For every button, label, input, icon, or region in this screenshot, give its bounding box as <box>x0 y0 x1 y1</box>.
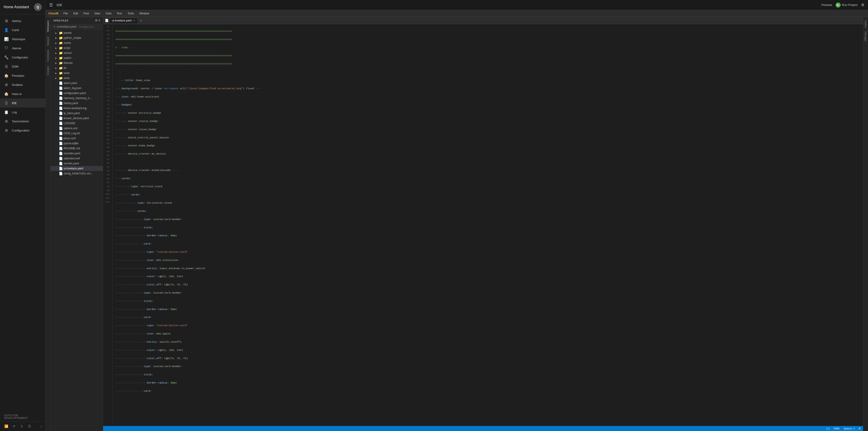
file-icon: 📄 <box>59 156 63 160</box>
sidebar-item-grafana[interactable]: ⚙ Grafana <box>0 80 45 89</box>
topbar-settings-icon[interactable]: ⚙ <box>861 3 864 7</box>
folder-themes[interactable]: ▶ 📁 themes <box>51 60 103 65</box>
file-phue-conf[interactable]: ▶ 📄 phue.conf <box>51 136 103 141</box>
file-icon: 📄 <box>59 137 63 140</box>
workspace-tab[interactable]: Workspace <box>46 19 50 34</box>
add-tab-button[interactable]: + <box>138 18 144 23</box>
info-icon[interactable]: ℹ <box>19 424 24 429</box>
folder-zone[interactable]: ▶ 📁 zone <box>51 76 103 81</box>
status-settings-icon[interactable]: ⚙ <box>859 427 861 430</box>
file-known-devices[interactable]: ▶ 📄 known_devices.yaml <box>51 116 103 121</box>
file-alarm-log-json[interactable]: ▶ 📄 alarm_log.json <box>51 86 103 91</box>
run-project-button[interactable]: ▶ Run Project <box>836 2 858 7</box>
menu-tools[interactable]: Tools <box>125 11 136 16</box>
hamburger-icon[interactable]: ☰ <box>49 2 53 7</box>
file-ha-log[interactable]: ▶ 📄 home-assistant.log <box>51 106 103 111</box>
wifi-icon[interactable]: 📶 <box>4 424 9 429</box>
folder-www[interactable]: ▶ 📁 www <box>51 70 103 76</box>
menu-icon[interactable]: ☰ <box>27 424 32 429</box>
navigate-tab[interactable]: Navigate <box>46 35 50 47</box>
open-file-item[interactable]: ✕ ui-lovelace.yaml /config/ui-lov... <box>51 24 103 29</box>
editor-tab-ui-lovelace[interactable]: ui-lovelace.yaml ✕ <box>109 18 138 23</box>
sidebar-item-alarme[interactable]: 🛡 Alarme <box>0 44 45 53</box>
shield-icon: 🛡 <box>4 46 9 51</box>
sidebar-item-dsm[interactable]: ☰ DSM <box>0 62 45 71</box>
sidebar-item-configuration[interactable]: ⚙ Configuration <box>0 126 45 135</box>
sidebar-toggle-icon[interactable]: › <box>40 424 42 428</box>
folder-sensor[interactable]: ▶ 📁 sensor <box>51 51 103 55</box>
cloud9-brand[interactable]: Cloud9 <box>48 12 58 15</box>
outline-tab[interactable]: Outline <box>864 19 868 30</box>
file-label: OZW_Log.txt <box>64 132 80 135</box>
sidebar-item-configurator[interactable]: 🔧 Configurator <box>0 53 45 62</box>
file-pyozw-sqlite[interactable]: ▶ 📄 pyozw.sqlite <box>51 141 103 146</box>
code-content[interactable]: ########################################… <box>113 24 863 426</box>
file-ozw-log[interactable]: ▶ 📄 OZW_Log.txt <box>51 131 103 136</box>
commands-tab[interactable]: Commands <box>46 48 50 63</box>
sidebar-item-tasmoadmin[interactable]: ⚙ TasmoAdmin <box>0 117 45 126</box>
refresh-icon[interactable]: ↺ <box>11 424 17 429</box>
changes-tab[interactable]: Changes <box>46 64 50 77</box>
folder-switch[interactable]: ▶ 📁 switch <box>51 55 103 60</box>
file-label: history.yaml <box>64 102 78 105</box>
close-icon[interactable]: ✕ <box>53 25 55 28</box>
file-configuration-yaml[interactable]: ▶ 📄 configuration.yaml <box>51 91 103 96</box>
folder-icon: 📁 <box>59 46 63 50</box>
file-label: pyozw.sqlite <box>64 142 79 145</box>
folder-tts[interactable]: ▶ 📁 tts <box>51 65 103 70</box>
tab-close-icon[interactable]: ✕ <box>133 19 135 22</box>
menu-run[interactable]: Run <box>115 11 124 16</box>
file-harmony[interactable]: ▶ 📄 harmony_harmony_h... <box>51 96 103 101</box>
preview-button[interactable]: Preview <box>822 3 832 7</box>
expand-arrow: ▶ <box>55 52 58 54</box>
menu-find[interactable]: Find <box>81 11 91 16</box>
sidebar-item-log[interactable]: 📋 Log <box>0 108 45 117</box>
spaces-setting[interactable]: Spaces: 2 <box>844 427 855 430</box>
cursor-position[interactable]: 1:1 <box>826 427 830 430</box>
language-mode[interactable]: YAML <box>833 427 840 430</box>
sidebar-item-label: Hass.io <box>12 92 22 96</box>
file-zwcfg[interactable]: ▶ 📄 zwcfg_0xfab7c01c.xm... <box>51 171 103 176</box>
menu-goto[interactable]: Goto <box>103 11 114 16</box>
menu-window[interactable]: Window <box>137 11 151 16</box>
menu-edit[interactable]: Edit <box>71 11 80 16</box>
file-label: LICENSE <box>64 122 75 125</box>
debugger-tab[interactable]: Debugger <box>864 30 868 44</box>
cloud9-menubar: Cloud9 File Edit Find View Goto Run Tool… <box>45 10 868 17</box>
file-alarm-yaml[interactable]: ▶ 📄 alarm.yaml <box>51 81 103 86</box>
sidebar-item-carte[interactable]: 👤 Carte <box>0 25 45 34</box>
sidebar-item-floorplan[interactable]: 🏠 Floorplan <box>0 71 45 80</box>
file-ui-lovelace-yaml[interactable]: ▶ 📄 ui-lovelace.yaml <box>51 166 103 171</box>
file-license[interactable]: ▶ 📄 LICENSE <box>51 121 103 126</box>
file-ip-bans[interactable]: ▶ 📄 ip_bans.yaml <box>51 111 103 116</box>
file-options-xml[interactable]: ▶ 📄 options.xml <box>51 126 103 131</box>
file-secrets-yaml[interactable]: ▶ 📄 secrets.yaml <box>51 161 103 166</box>
gear-settings-icon[interactable]: ⚙ <box>95 19 98 22</box>
sidebar-item-hass-io[interactable]: 🏠 Hass.io <box>0 89 45 98</box>
editor-tabs: 📄 ui-lovelace.yaml ✕ + <box>103 17 863 24</box>
sidebar-item-ide[interactable]: {} IDE <box>0 98 45 108</box>
wrench-icon: 🔧 <box>4 55 9 60</box>
ha-avatar[interactable]: Q <box>34 3 42 11</box>
expand-arrow: ▶ <box>55 42 58 44</box>
file-readme[interactable]: ▶ 📄 README.md <box>51 146 103 151</box>
sidebar-item-label: IDE <box>12 102 17 105</box>
sidebar-item-apercu[interactable]: ⊞ Aperçu <box>0 16 45 25</box>
file-recorder-yaml[interactable]: ▶ 📄 recorder.yaml <box>51 151 103 156</box>
open-file-path: /config/ui-lov... <box>79 25 100 28</box>
folder-panels[interactable]: ▶ 📁 panels <box>51 30 103 35</box>
menu-view[interactable]: View <box>92 11 102 16</box>
file-sabnzbd-conf[interactable]: ▶ 📄 sabnzbd.conf <box>51 156 103 161</box>
chevron-down-icon[interactable]: ▾ <box>98 19 100 22</box>
folder-script[interactable]: ▶ 📁 script <box>51 46 103 51</box>
folder-python-scripts[interactable]: ▶ 📁 python_scripts <box>51 35 103 40</box>
expand-arrow: ▶ <box>55 62 58 64</box>
menu-file[interactable]: File <box>61 11 70 16</box>
code-icon: {} <box>4 101 9 105</box>
code-editor[interactable]: 575859606162 636465666768 697071727374 7… <box>103 24 863 426</box>
sidebar-item-historique[interactable]: 📊 Historique <box>0 34 45 44</box>
folder-scene[interactable]: ▶ 📁 scene <box>51 40 103 46</box>
file-history-yaml[interactable]: ▶ 📄 history.yaml <box>51 101 103 106</box>
file-label: sabnzbd.conf <box>64 157 80 160</box>
folder-icon: 📁 <box>59 76 63 80</box>
